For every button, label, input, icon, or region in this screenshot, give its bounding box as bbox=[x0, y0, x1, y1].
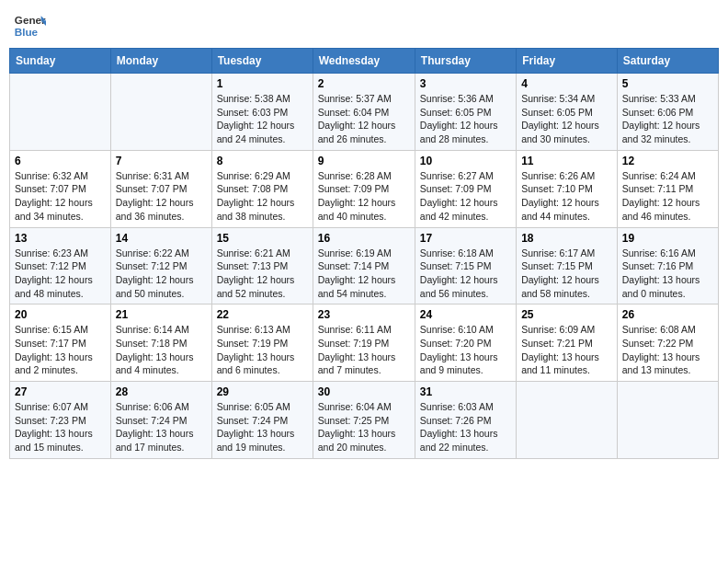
header-day-friday: Friday bbox=[517, 49, 618, 74]
calendar-cell: 24Sunrise: 6:10 AMSunset: 7:20 PMDayligh… bbox=[415, 304, 516, 382]
day-number: 4 bbox=[521, 77, 612, 90]
header-day-tuesday: Tuesday bbox=[211, 49, 313, 74]
day-info: Sunrise: 6:10 AMSunset: 7:20 PMDaylight:… bbox=[420, 323, 511, 377]
day-number: 5 bbox=[622, 77, 713, 90]
day-number: 13 bbox=[15, 232, 106, 245]
calendar-cell: 7Sunrise: 6:31 AMSunset: 7:07 PMDaylight… bbox=[110, 150, 211, 227]
calendar-cell: 28Sunrise: 6:06 AMSunset: 7:24 PMDayligh… bbox=[110, 382, 211, 459]
calendar-cell: 25Sunrise: 6:09 AMSunset: 7:21 PMDayligh… bbox=[517, 304, 618, 382]
day-info: Sunrise: 6:23 AMSunset: 7:12 PMDaylight:… bbox=[15, 247, 106, 301]
logo-icon: General Blue bbox=[13, 9, 46, 42]
day-number: 19 bbox=[622, 232, 713, 245]
calendar-body: 1Sunrise: 5:38 AMSunset: 6:03 PMDaylight… bbox=[10, 74, 719, 459]
week-row-2: 6Sunrise: 6:32 AMSunset: 7:07 PMDaylight… bbox=[10, 150, 719, 227]
day-info: Sunrise: 6:16 AMSunset: 7:16 PMDaylight:… bbox=[622, 247, 713, 301]
calendar-cell: 3Sunrise: 5:36 AMSunset: 6:05 PMDaylight… bbox=[415, 74, 516, 151]
calendar-cell: 27Sunrise: 6:07 AMSunset: 7:23 PMDayligh… bbox=[10, 382, 111, 459]
day-number: 30 bbox=[318, 385, 410, 398]
day-info: Sunrise: 5:33 AMSunset: 6:06 PMDaylight:… bbox=[622, 92, 713, 146]
day-number: 17 bbox=[420, 232, 511, 245]
calendar-cell: 10Sunrise: 6:27 AMSunset: 7:09 PMDayligh… bbox=[415, 150, 516, 227]
day-info: Sunrise: 6:32 AMSunset: 7:07 PMDaylight:… bbox=[15, 169, 106, 224]
calendar-cell bbox=[517, 382, 618, 459]
week-row-5: 27Sunrise: 6:07 AMSunset: 7:23 PMDayligh… bbox=[10, 382, 719, 459]
day-number: 12 bbox=[622, 155, 713, 167]
calendar-cell: 26Sunrise: 6:08 AMSunset: 7:22 PMDayligh… bbox=[617, 304, 718, 382]
calendar-cell: 12Sunrise: 6:24 AMSunset: 7:11 PMDayligh… bbox=[617, 150, 718, 227]
day-info: Sunrise: 6:06 AMSunset: 7:24 PMDaylight:… bbox=[116, 400, 207, 454]
calendar-cell: 16Sunrise: 6:19 AMSunset: 7:14 PMDayligh… bbox=[313, 227, 415, 304]
day-info: Sunrise: 6:22 AMSunset: 7:12 PMDaylight:… bbox=[116, 247, 207, 301]
day-number: 8 bbox=[217, 155, 308, 167]
week-row-3: 13Sunrise: 6:23 AMSunset: 7:12 PMDayligh… bbox=[10, 227, 719, 304]
calendar-cell: 17Sunrise: 6:18 AMSunset: 7:15 PMDayligh… bbox=[415, 227, 516, 304]
calendar-cell: 30Sunrise: 6:04 AMSunset: 7:25 PMDayligh… bbox=[313, 382, 415, 459]
logo: General Blue bbox=[13, 9, 50, 42]
day-info: Sunrise: 6:13 AMSunset: 7:19 PMDaylight:… bbox=[217, 323, 308, 377]
day-info: Sunrise: 6:05 AMSunset: 7:24 PMDaylight:… bbox=[217, 400, 308, 454]
day-number: 22 bbox=[217, 308, 308, 321]
day-info: Sunrise: 6:04 AMSunset: 7:25 PMDaylight:… bbox=[318, 400, 410, 454]
day-number: 16 bbox=[318, 232, 410, 245]
calendar-cell bbox=[10, 74, 111, 151]
calendar-cell: 1Sunrise: 5:38 AMSunset: 6:03 PMDaylight… bbox=[211, 74, 313, 151]
day-number: 28 bbox=[116, 385, 207, 398]
day-info: Sunrise: 6:26 AMSunset: 7:10 PMDaylight:… bbox=[521, 169, 612, 224]
calendar-cell bbox=[110, 74, 211, 151]
header-day-saturday: Saturday bbox=[617, 49, 718, 74]
day-number: 7 bbox=[116, 155, 207, 167]
calendar-cell: 21Sunrise: 6:14 AMSunset: 7:18 PMDayligh… bbox=[110, 304, 211, 382]
day-info: Sunrise: 6:31 AMSunset: 7:07 PMDaylight:… bbox=[116, 169, 207, 224]
calendar-cell: 9Sunrise: 6:28 AMSunset: 7:09 PMDaylight… bbox=[313, 150, 415, 227]
day-info: Sunrise: 6:07 AMSunset: 7:23 PMDaylight:… bbox=[15, 400, 106, 454]
day-number: 23 bbox=[318, 308, 410, 321]
day-info: Sunrise: 6:27 AMSunset: 7:09 PMDaylight:… bbox=[420, 169, 511, 224]
day-info: Sunrise: 6:14 AMSunset: 7:18 PMDaylight:… bbox=[116, 323, 207, 377]
day-info: Sunrise: 6:03 AMSunset: 7:26 PMDaylight:… bbox=[420, 400, 511, 454]
day-number: 20 bbox=[15, 308, 106, 321]
day-info: Sunrise: 5:38 AMSunset: 6:03 PMDaylight:… bbox=[217, 92, 308, 146]
day-number: 11 bbox=[521, 155, 612, 167]
day-number: 24 bbox=[420, 308, 511, 321]
calendar-header: SundayMondayTuesdayWednesdayThursdayFrid… bbox=[10, 49, 719, 74]
header-day-monday: Monday bbox=[110, 49, 211, 74]
day-number: 27 bbox=[15, 385, 106, 398]
calendar-cell: 13Sunrise: 6:23 AMSunset: 7:12 PMDayligh… bbox=[10, 227, 111, 304]
header-day-thursday: Thursday bbox=[415, 49, 516, 74]
week-row-4: 20Sunrise: 6:15 AMSunset: 7:17 PMDayligh… bbox=[10, 304, 719, 382]
calendar-cell: 29Sunrise: 6:05 AMSunset: 7:24 PMDayligh… bbox=[211, 382, 313, 459]
day-info: Sunrise: 6:19 AMSunset: 7:14 PMDaylight:… bbox=[318, 247, 410, 301]
calendar-cell: 20Sunrise: 6:15 AMSunset: 7:17 PMDayligh… bbox=[10, 304, 111, 382]
day-info: Sunrise: 6:28 AMSunset: 7:09 PMDaylight:… bbox=[318, 169, 410, 224]
day-number: 29 bbox=[217, 385, 308, 398]
week-row-1: 1Sunrise: 5:38 AMSunset: 6:03 PMDaylight… bbox=[10, 74, 719, 151]
day-number: 21 bbox=[116, 308, 207, 321]
calendar-cell: 22Sunrise: 6:13 AMSunset: 7:19 PMDayligh… bbox=[211, 304, 313, 382]
calendar-cell: 18Sunrise: 6:17 AMSunset: 7:15 PMDayligh… bbox=[517, 227, 618, 304]
calendar-cell: 19Sunrise: 6:16 AMSunset: 7:16 PMDayligh… bbox=[617, 227, 718, 304]
day-number: 3 bbox=[420, 77, 511, 90]
calendar-cell: 11Sunrise: 6:26 AMSunset: 7:10 PMDayligh… bbox=[517, 150, 618, 227]
day-number: 9 bbox=[318, 155, 410, 167]
day-info: Sunrise: 6:24 AMSunset: 7:11 PMDaylight:… bbox=[622, 169, 713, 224]
day-number: 25 bbox=[521, 308, 612, 321]
calendar-cell: 4Sunrise: 5:34 AMSunset: 6:05 PMDaylight… bbox=[517, 74, 618, 151]
calendar-cell: 31Sunrise: 6:03 AMSunset: 7:26 PMDayligh… bbox=[415, 382, 516, 459]
header-day-wednesday: Wednesday bbox=[313, 49, 415, 74]
day-info: Sunrise: 6:15 AMSunset: 7:17 PMDaylight:… bbox=[15, 323, 106, 377]
header-row: SundayMondayTuesdayWednesdayThursdayFrid… bbox=[10, 49, 719, 74]
day-number: 10 bbox=[420, 155, 511, 167]
day-info: Sunrise: 6:08 AMSunset: 7:22 PMDaylight:… bbox=[622, 323, 713, 377]
calendar-cell: 14Sunrise: 6:22 AMSunset: 7:12 PMDayligh… bbox=[110, 227, 211, 304]
day-number: 15 bbox=[217, 232, 308, 245]
calendar-cell: 2Sunrise: 5:37 AMSunset: 6:04 PMDaylight… bbox=[313, 74, 415, 151]
calendar-cell: 8Sunrise: 6:29 AMSunset: 7:08 PMDaylight… bbox=[211, 150, 313, 227]
day-number: 2 bbox=[318, 77, 410, 90]
calendar-table: SundayMondayTuesdayWednesdayThursdayFrid… bbox=[9, 48, 719, 459]
day-number: 1 bbox=[217, 77, 308, 90]
day-number: 31 bbox=[420, 385, 511, 398]
day-info: Sunrise: 6:11 AMSunset: 7:19 PMDaylight:… bbox=[318, 323, 410, 377]
day-info: Sunrise: 5:36 AMSunset: 6:05 PMDaylight:… bbox=[420, 92, 511, 146]
day-info: Sunrise: 6:09 AMSunset: 7:21 PMDaylight:… bbox=[521, 323, 612, 377]
day-info: Sunrise: 6:29 AMSunset: 7:08 PMDaylight:… bbox=[217, 169, 308, 224]
